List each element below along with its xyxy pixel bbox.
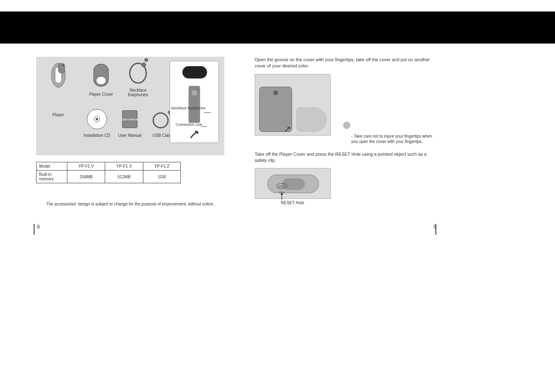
arrow-icon: ➚ [284,124,291,134]
accessory-necklace-earphones: Necklace Earphones [122,57,154,97]
reset-section: Take off the Player Cover and press the … [255,151,435,205]
necklace-assembly-illustration: Necklace Earphones Connection Link [170,61,219,143]
section-header-bar [0,12,555,44]
svg-point-11 [96,118,98,120]
note-bullet-icon [343,122,350,129]
svg-point-14 [153,113,168,128]
svg-point-7 [142,63,146,67]
model-table: Model YP-F1 V YP-F1 X YP-F1 Z Built-in m… [36,162,181,183]
table-cell-label: Model [37,162,67,171]
reset-hole-label: RESET Hole [272,201,313,205]
table-cell: 256MB [67,171,105,183]
player-cover-label: Player Cover [85,92,117,97]
table-row: Built-in memory 256MB 512MB 1GB [37,171,181,183]
connection-link-label: Connection Link [175,123,202,127]
manual-icon: User manual [117,108,142,131]
device-shape [267,175,319,193]
cd-label: Installation CD [81,133,113,138]
cover-change-illustration: ➚ [255,74,331,136]
accessory-player-cover: Player Cover [85,61,117,97]
table-cell-label: Built-in memory [37,171,67,183]
necklace-earphones-label: Necklace Earphones [122,88,154,97]
player-label: Player [42,113,75,117]
manual-label: User Manual [113,133,146,138]
player-icon [46,61,71,90]
accessory-installation-cd: Installation CD [81,108,113,138]
arrow-up-icon [280,192,284,201]
necklace-callout-label: Necklace Earphones [171,106,205,111]
necklace-earphones-icon [126,57,150,85]
table-cell: 1GB [143,171,180,183]
svg-point-8 [145,58,148,62]
accessory-user-manual: User manual User Manual [113,108,146,138]
accessories-panel: Player Player Cover [36,57,224,155]
accessory-player: Player [42,61,75,117]
arrow-icon [189,129,201,141]
table-cell: YP-F1 X [105,162,143,171]
reset-instruction: Take off the Player Cover and press the … [255,151,435,164]
svg-point-5 [96,76,106,85]
table-cell: 512MB [105,171,143,183]
page-mark-right [435,224,436,235]
svg-text:User manual: User manual [122,118,138,121]
player-cover-icon [89,61,113,90]
table-row: Model YP-F1 V YP-F1 X YP-F1 Z [37,162,181,171]
cover-change-instruction: Open the groove on the cover with your f… [255,57,435,69]
page-mark-top-right [429,44,430,55]
table-cell: YP-F1 Z [143,162,180,171]
cd-icon [85,108,109,131]
table-cell: YP-F1 V [67,162,105,171]
page-number-left: 8 [37,224,40,230]
accessory-necklace-assembly: Necklace Earphones Connection Link [170,61,223,143]
disclaimer-text: The accessories' design is subject to ch… [36,202,224,206]
svg-point-3 [62,65,64,67]
hand-illustration [296,107,327,132]
right-page: Open the groove on the cover with your f… [255,57,435,205]
fingertip-warning-note: - Take care not to injure your fingertip… [351,134,438,144]
page-mark-top-left [40,44,41,55]
left-page: Player Player Cover [36,57,233,206]
reset-illustration: RESET HOLE [255,168,331,199]
page-mark-left [34,224,35,235]
